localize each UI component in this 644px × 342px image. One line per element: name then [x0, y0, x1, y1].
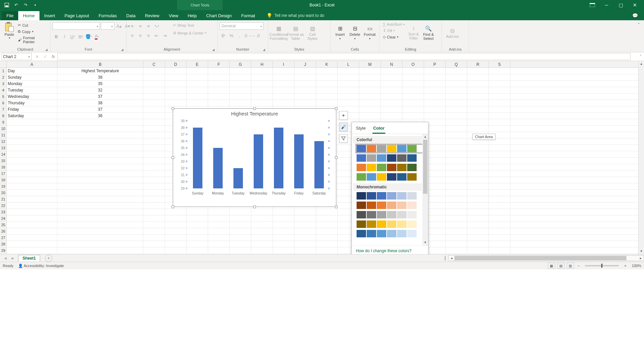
cell[interactable] [165, 247, 187, 254]
embedded-chart[interactable]: Highest Temperature 29303132333435363738… [173, 108, 336, 207]
cell[interactable] [489, 113, 510, 119]
increase-indent-icon[interactable]: ⇥ [161, 32, 168, 39]
cell[interactable]: 37 [57, 94, 143, 100]
cell[interactable] [402, 81, 424, 87]
cell[interactable] [402, 74, 424, 80]
cell[interactable] [165, 81, 187, 87]
tab-formulas[interactable]: Formulas [94, 11, 121, 20]
align-top-icon[interactable]: ≡ [129, 22, 136, 30]
cell[interactable] [143, 151, 165, 157]
cell[interactable] [295, 81, 316, 87]
row-header[interactable]: 19 [0, 183, 7, 189]
cell[interactable] [57, 241, 143, 247]
cell[interactable]: Saturday [7, 113, 57, 119]
cell[interactable] [208, 74, 230, 80]
cell[interactable] [424, 106, 446, 112]
cell[interactable] [467, 87, 489, 93]
cell[interactable] [359, 68, 381, 74]
cell[interactable] [187, 94, 208, 100]
cell[interactable] [467, 74, 489, 80]
cell[interactable] [467, 151, 489, 157]
cell[interactable] [57, 235, 143, 241]
row-header[interactable]: 24 [0, 215, 7, 221]
column-header[interactable]: F [208, 61, 230, 68]
dialog-launcher-icon[interactable]: ◢ [263, 48, 265, 51]
cell[interactable] [446, 170, 467, 177]
cell[interactable] [316, 81, 338, 87]
cell[interactable] [467, 215, 489, 221]
column-header[interactable]: N [381, 61, 402, 68]
cell[interactable] [489, 158, 510, 164]
dialog-launcher-icon[interactable]: ◢ [45, 48, 48, 51]
cell[interactable] [489, 203, 510, 209]
cell[interactable] [273, 209, 295, 215]
cell[interactable] [489, 170, 510, 177]
row-header[interactable]: 9 [0, 119, 7, 125]
cell[interactable] [251, 74, 273, 80]
cell[interactable] [57, 215, 143, 221]
cell[interactable] [402, 100, 424, 106]
cell[interactable]: 38 [57, 100, 143, 106]
cell[interactable] [143, 87, 165, 93]
row-header[interactable]: 16 [0, 164, 7, 170]
cell[interactable] [7, 151, 57, 157]
chart-elements-button[interactable]: ＋ [339, 111, 348, 120]
cell[interactable] [489, 196, 510, 202]
cell[interactable] [467, 235, 489, 241]
cell[interactable] [230, 74, 251, 80]
cell[interactable] [230, 209, 251, 215]
scrollbar-thumb[interactable] [423, 140, 427, 194]
cell[interactable]: Sunday [7, 74, 57, 80]
column-header[interactable]: G [230, 61, 251, 68]
cell[interactable] [402, 68, 424, 74]
cell[interactable] [446, 100, 467, 106]
cell[interactable] [143, 228, 165, 234]
vertical-scrollbar[interactable]: ▲ ▼ [638, 61, 644, 254]
cell[interactable] [7, 126, 57, 132]
cell[interactable] [165, 74, 187, 80]
cell[interactable] [446, 113, 467, 119]
cell[interactable] [143, 247, 165, 254]
increase-font-icon[interactable]: A▴ [115, 22, 123, 30]
currency-icon[interactable]: $▾ [220, 32, 227, 39]
column-header[interactable]: Q [446, 61, 467, 68]
cell[interactable] [7, 222, 57, 228]
flyout-scrollbar[interactable]: ▲ ▼ [422, 134, 428, 245]
cell[interactable] [316, 74, 338, 80]
format-cells-button[interactable]: ▭Format▾ [362, 22, 377, 44]
row-header[interactable]: 29 [0, 247, 7, 254]
cell[interactable] [446, 119, 467, 125]
row-header[interactable]: 3 [0, 81, 7, 87]
cell[interactable] [165, 228, 187, 234]
chart-bar[interactable] [233, 168, 243, 188]
cell[interactable] [187, 241, 208, 247]
column-header[interactable]: K [316, 61, 338, 68]
column-header[interactable]: A [7, 61, 57, 68]
cell[interactable] [467, 190, 489, 196]
cell[interactable] [446, 164, 467, 170]
cell[interactable] [7, 119, 57, 125]
chart-bar[interactable] [193, 128, 202, 188]
color-scheme-option[interactable] [357, 164, 428, 171]
row-header[interactable]: 8 [0, 113, 7, 119]
cell[interactable] [489, 241, 510, 247]
cell[interactable] [57, 209, 143, 215]
cell[interactable] [165, 68, 187, 74]
paste-button[interactable]: Paste ▾ [2, 22, 17, 40]
cell[interactable] [165, 215, 187, 221]
cell[interactable] [230, 222, 251, 228]
cell[interactable] [208, 228, 230, 234]
cell[interactable] [251, 235, 273, 241]
cell[interactable] [446, 126, 467, 132]
cell[interactable] [273, 87, 295, 93]
cell[interactable] [57, 119, 143, 125]
cancel-formula-icon[interactable]: ✕ [33, 54, 41, 59]
cell[interactable]: 38 [57, 74, 143, 80]
cell[interactable] [7, 170, 57, 177]
copy-button[interactable]: ⧉Copy▾ [17, 29, 48, 34]
row-header[interactable]: 20 [0, 190, 7, 196]
cell[interactable] [359, 113, 381, 119]
cell[interactable] [273, 241, 295, 247]
accessibility-status[interactable]: 👤 Accessibility: Investigate [18, 264, 64, 268]
cell[interactable] [7, 145, 57, 151]
